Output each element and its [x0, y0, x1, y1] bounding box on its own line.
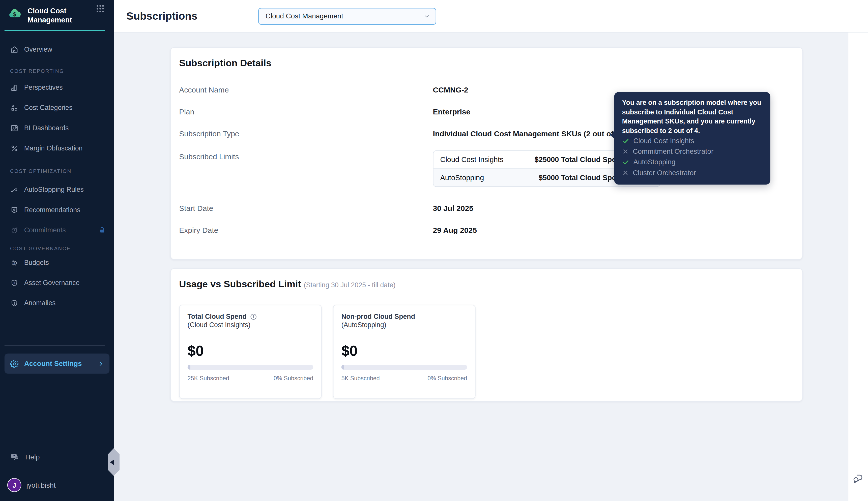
- app-root: $ Cloud Cost Management Overv: [0, 0, 868, 501]
- commitments-icon: [10, 226, 18, 234]
- sidebar-item-anomalies[interactable]: Anomalies: [0, 294, 114, 312]
- sidebar-item-label: Overview: [24, 45, 52, 53]
- start-date-row: Start Date 30 Jul 2025: [179, 198, 802, 220]
- usage-subscribed-amount: 25K Subscribed: [188, 375, 229, 382]
- usage-card-subtitle: (Cloud Cost Insights): [188, 321, 313, 330]
- svg-text:$: $: [14, 261, 15, 264]
- lock-icon: [98, 226, 106, 234]
- resource-center-chat-icon[interactable]: [853, 473, 864, 484]
- usage-card-nonprod-cloud-spend: Non-prod Cloud Spend (AutoStopping) $0 5…: [333, 305, 475, 399]
- page-header: Subscriptions Cloud Cost Management: [114, 0, 868, 32]
- usage-heading-text: Usage vs Subscribed Limit: [179, 279, 301, 290]
- usage-progress-fill: [188, 365, 190, 370]
- check-icon: [622, 159, 629, 166]
- sidebar-item-label: Cost Categories: [24, 104, 73, 111]
- help-chat-icon: ?: [10, 453, 20, 462]
- user-name: jyoti.bisht: [27, 481, 56, 489]
- sidebar-item-label: AutoStopping Rules: [24, 186, 84, 193]
- sidebar-item-margin-obfuscation[interactable]: Margin Obfuscation: [0, 139, 114, 157]
- chevron-down-icon: [423, 13, 430, 20]
- subscription-details-heading: Subscription Details: [179, 57, 802, 70]
- cloud-cost-logo-icon: $: [7, 7, 22, 20]
- sidebar-item-perspectives[interactable]: Perspectives: [0, 79, 114, 97]
- help-label: Help: [25, 454, 40, 461]
- account-name-label: Account Name: [179, 86, 433, 94]
- sidebar-item-recommendations[interactable]: Recommendations: [0, 201, 114, 219]
- tooltip-text: You are on a subscription model where yo…: [622, 98, 763, 135]
- bar-chart-icon: [10, 83, 18, 92]
- avatar-initial: J: [13, 482, 16, 488]
- module-select[interactable]: Cloud Cost Management: [258, 8, 436, 25]
- sidebar-item-label: Perspectives: [24, 84, 63, 92]
- expiry-date-value: 29 Aug 2025: [433, 226, 477, 234]
- usage-subscribed-percent: 0% Subscribed: [274, 375, 313, 382]
- info-icon[interactable]: [250, 313, 257, 320]
- tooltip-sku-label: Cloud Cost Insights: [633, 137, 694, 145]
- sku-name-cell: Cloud Cost Insights: [433, 156, 530, 164]
- usage-card-total-cloud-spend: Total Cloud Spend (Cloud Cost Insights) …: [179, 305, 322, 399]
- plan-label: Plan: [179, 108, 433, 116]
- usage-heading: Usage vs Subscribed Limit (Starting 30 J…: [179, 278, 802, 292]
- shield-alert-icon: [10, 299, 18, 307]
- app-title: Cloud Cost Management: [28, 7, 81, 25]
- usage-card-title: Total Cloud Spend: [188, 312, 247, 320]
- start-date-value: 30 Jul 2025: [433, 204, 473, 212]
- expiry-date-label: Expiry Date: [179, 226, 433, 234]
- tooltip-sku-item: Commitment Orchestrator: [622, 147, 763, 157]
- help-button[interactable]: ? Help: [0, 451, 114, 464]
- usage-progress-bar: [342, 365, 467, 370]
- nav-section-cost-optimization: COST OPTIMIZATION: [0, 167, 114, 175]
- tooltip-sku-item: Cluster Orchestrator: [622, 168, 763, 178]
- subscription-type-tooltip: You are on a subscription model where yo…: [614, 92, 771, 184]
- check-icon: [622, 137, 629, 145]
- sidebar: $ Cloud Cost Management Overv: [0, 0, 114, 501]
- sidebar-item-label: Budgets: [24, 258, 49, 266]
- sidebar-item-cost-categories[interactable]: Cost Categories: [0, 99, 114, 117]
- avatar: J: [7, 478, 21, 492]
- app-grid-icon[interactable]: [95, 4, 105, 14]
- sidebar-nav: Overview COST REPORTING Perspectives Cos…: [0, 31, 114, 314]
- usage-card-subtitle: (AutoStopping): [342, 321, 467, 330]
- sidebar-item-asset-governance[interactable]: $ Asset Governance: [0, 274, 114, 291]
- page-title: Subscriptions: [126, 10, 197, 22]
- chevron-right-icon: [97, 360, 104, 366]
- sidebar-item-commitments[interactable]: Commitments: [0, 221, 114, 239]
- sidebar-item-label: Anomalies: [24, 299, 56, 307]
- subscription-type-value: Individual Cloud Cost Management SKUs (2…: [433, 129, 623, 138]
- cross-icon: [622, 148, 629, 155]
- usage-subscribed-percent: 0% Subscribed: [427, 375, 467, 382]
- usage-card-title: Non-prod Cloud Spend: [342, 312, 415, 320]
- tooltip-sku-item: Cloud Cost Insights: [622, 136, 763, 146]
- plan-value: Enterprise: [433, 108, 471, 116]
- recommendation-icon: [10, 206, 18, 214]
- shield-dollar-icon: $: [10, 278, 18, 287]
- expiry-date-row: Expiry Date 29 Aug 2025: [179, 220, 802, 242]
- svg-text:$: $: [14, 281, 15, 284]
- usage-card-value: $0: [342, 342, 467, 359]
- svg-text:?: ?: [13, 455, 15, 457]
- usage-cards-row: Total Cloud Spend (Cloud Cost Insights) …: [179, 305, 802, 399]
- start-date-label: Start Date: [179, 204, 433, 212]
- content-area: Subscription Details Account Name CCMNG-…: [114, 32, 848, 501]
- percent-icon: [10, 144, 18, 152]
- autostopping-icon: [10, 185, 18, 194]
- right-rail: [848, 32, 868, 501]
- sidebar-item-label: Account Settings: [24, 360, 82, 367]
- tooltip-sku-label: Cluster Orchestrator: [633, 169, 696, 177]
- sidebar-item-budgets[interactable]: $ Budgets: [0, 254, 114, 271]
- sidebar-item-autostopping-rules[interactable]: AutoStopping Rules: [0, 181, 114, 199]
- cross-icon: [622, 169, 629, 176]
- nav-section-cost-reporting: COST REPORTING: [0, 67, 114, 75]
- piggy-bank-icon: $: [10, 258, 18, 267]
- subscription-type-label: Subscription Type: [179, 129, 433, 138]
- usage-subscribed-amount: 5K Subscribed: [342, 375, 380, 382]
- user-menu[interactable]: J jyoti.bisht: [0, 478, 114, 492]
- sidebar-item-account-settings[interactable]: Account Settings: [4, 354, 109, 374]
- sidebar-item-overview[interactable]: Overview: [0, 40, 114, 58]
- shapes-icon: [10, 104, 18, 112]
- sidebar-item-bi-dashboards[interactable]: BI Dashboards: [0, 119, 114, 137]
- home-icon: [10, 45, 18, 53]
- subscribed-limits-label: Subscribed Limits: [179, 145, 433, 161]
- subscription-details-card: Subscription Details Account Name CCMNG-…: [170, 47, 803, 260]
- logo-row: $ Cloud Cost Management: [0, 0, 114, 25]
